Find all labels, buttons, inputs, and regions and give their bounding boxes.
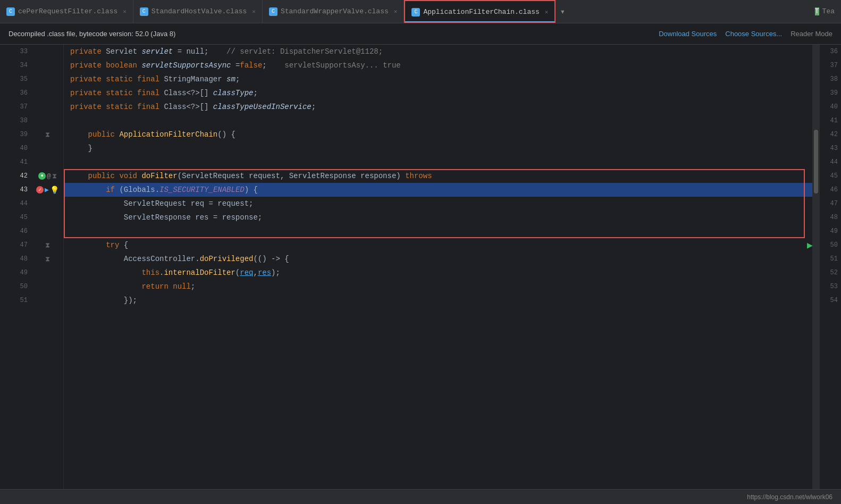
- line-num-42: 42: [0, 169, 32, 183]
- tab-extra-tea[interactable]: T Tea: [809, 0, 841, 23]
- line-num-37: 37: [0, 100, 32, 114]
- choose-sources-link[interactable]: Choose Sources...: [725, 30, 782, 38]
- tab-icon-2: C: [140, 7, 148, 16]
- gutter-48: ⧗: [32, 252, 63, 266]
- gutter-44: [32, 197, 63, 211]
- right-num-44: 44: [820, 155, 841, 169]
- gutter-41: [32, 155, 63, 169]
- code-overlay: private Servlet servlet = null; // servl…: [64, 45, 812, 504]
- run-indicator-42: ●: [38, 172, 46, 180]
- tab-standardhostvalve[interactable]: C StandardHostValve.class ✕: [133, 0, 263, 23]
- right-num-52: 52: [820, 266, 841, 280]
- bookmark-48: ⧗: [45, 255, 50, 263]
- tab-ceperrequest[interactable]: C cePerRequestFilter.class ✕: [0, 0, 133, 23]
- gutter-39: ⧗: [32, 128, 63, 141]
- code-line-39: public ApplicationFilterChain() {: [64, 128, 812, 141]
- tab-icon-5: T: [815, 7, 819, 15]
- code-line-49: this.internalDoFilter(req, res);: [64, 266, 812, 280]
- line-num-45: 45: [0, 211, 32, 224]
- download-sources-link[interactable]: Download Sources: [659, 30, 717, 38]
- line-numbers-left: 33 34 35 36 37 38 39 40 41 42 43 44 45 4…: [0, 45, 32, 504]
- tab-close-3[interactable]: ✕: [394, 8, 398, 15]
- code-line-35: private static final StringManager sm;: [64, 72, 812, 86]
- tab-standardwrappervalve[interactable]: C StandardWrapperValve.class ✕: [263, 0, 404, 23]
- run-button[interactable]: ▶: [807, 239, 813, 251]
- right-num-49: 49: [820, 224, 841, 238]
- code-line-42: public void doFilter(ServletRequest requ…: [64, 169, 812, 183]
- at-symbol-42: @: [47, 172, 51, 180]
- tab-icon-4: C: [411, 8, 420, 16]
- gutter-38: [32, 114, 63, 128]
- code-line-33: private Servlet servlet = null; // servl…: [64, 45, 812, 58]
- bulb-43[interactable]: 💡: [50, 186, 59, 195]
- tab-active-indicator: [405, 21, 554, 22]
- code-line-34: private boolean servletSupportsAsync = f…: [64, 58, 812, 72]
- line-num-51: 51: [0, 293, 32, 307]
- tab-label-1: cePerRequestFilter.class: [18, 7, 117, 15]
- info-bar: Decompiled .class file, bytecode version…: [0, 23, 841, 45]
- tab-close-4[interactable]: ✕: [545, 9, 549, 15]
- line-num-40: 40: [0, 141, 32, 155]
- gutter-49: [32, 266, 63, 280]
- gutter-40: [32, 141, 63, 155]
- code-line-43: if (Globals.IS_SECURITY_ENABLED) {: [64, 183, 812, 197]
- scrollbar-thumb[interactable]: [814, 130, 818, 194]
- code-line-38: [64, 114, 812, 128]
- right-num-42: 42: [820, 128, 841, 141]
- code-container: 33 34 35 36 37 38 39 40 41 42 43 44 45 4…: [0, 45, 841, 504]
- right-num-54: 54: [820, 293, 841, 307]
- bookmark-42: ⧗: [52, 172, 57, 180]
- right-num-40: 40: [820, 100, 841, 114]
- code-line-36: private static final Class<?>[] classTyp…: [64, 86, 812, 100]
- tab-close-1[interactable]: ✕: [123, 8, 127, 15]
- code-line-46: [64, 224, 812, 238]
- gutter-35: [32, 72, 63, 86]
- scrollbar[interactable]: [812, 45, 820, 504]
- line-num-33: 33: [0, 45, 32, 58]
- tab-bar: C cePerRequestFilter.class ✕ C StandardH…: [0, 0, 841, 23]
- right-num-39: 39: [820, 86, 841, 100]
- code-line-37: private static final Class<?>[] classTyp…: [64, 100, 812, 114]
- gutter-34: [32, 58, 63, 72]
- code-line-48: AccessController.doPrivileged(() -> {: [64, 252, 812, 266]
- breakpoint-43[interactable]: ✓: [36, 186, 44, 194]
- line-num-41: 41: [0, 155, 32, 169]
- gutter: ⧗ ● @ ⧗ ✓ ▶ 💡 ⧗ ⧗: [32, 45, 64, 504]
- code-line-47: try {: [64, 238, 812, 252]
- line-num-49: 49: [0, 266, 32, 280]
- line-num-39: 39: [0, 128, 32, 141]
- gutter-33: [32, 45, 63, 58]
- gutter-51: [32, 293, 63, 307]
- right-num-48: 48: [820, 211, 841, 224]
- line-num-43: 43: [0, 183, 32, 197]
- code-line-50: return null;: [64, 280, 812, 293]
- line-num-47: 47: [0, 238, 32, 252]
- line-num-35: 35: [0, 72, 32, 86]
- line-num-48: 48: [0, 252, 32, 266]
- tab-icon-3: C: [269, 7, 277, 16]
- tab-close-2[interactable]: ✕: [252, 8, 256, 15]
- line-num-36: 36: [0, 86, 32, 100]
- status-url: https://blog.csdn.net/wlwork06: [747, 493, 832, 501]
- line-num-44: 44: [0, 197, 32, 211]
- gutter-37: [32, 100, 63, 114]
- tab-label-2: StandardHostValve.class: [152, 7, 247, 15]
- code-line-41: [64, 155, 812, 169]
- tab-label-4: ApplicationFilterChain.class: [423, 8, 539, 16]
- gutter-36: [32, 86, 63, 100]
- gutter-43: ✓ ▶ 💡: [32, 183, 63, 197]
- arrow-43: ▶: [45, 186, 49, 194]
- code-line-44: ServletRequest req = request;: [64, 197, 812, 211]
- decompiled-message: Decompiled .class file, bytecode version…: [9, 30, 175, 38]
- line-num-38: 38: [0, 114, 32, 128]
- tab-label-3: StandardWrapperValve.class: [281, 7, 389, 15]
- right-num-53: 53: [820, 280, 841, 293]
- right-num-38: 38: [820, 72, 841, 86]
- gutter-45: [32, 211, 63, 224]
- tab-icon-1: C: [6, 7, 15, 16]
- tab-applicationfilterchain[interactable]: C ApplicationFilterChain.class ✕: [404, 0, 556, 23]
- reader-mode-label: Reader Mode: [790, 30, 832, 38]
- tab-dropdown-button[interactable]: ▾: [556, 0, 569, 23]
- code-line-45: ServletResponse res = response;: [64, 211, 812, 224]
- gutter-47: ⧗: [32, 238, 63, 252]
